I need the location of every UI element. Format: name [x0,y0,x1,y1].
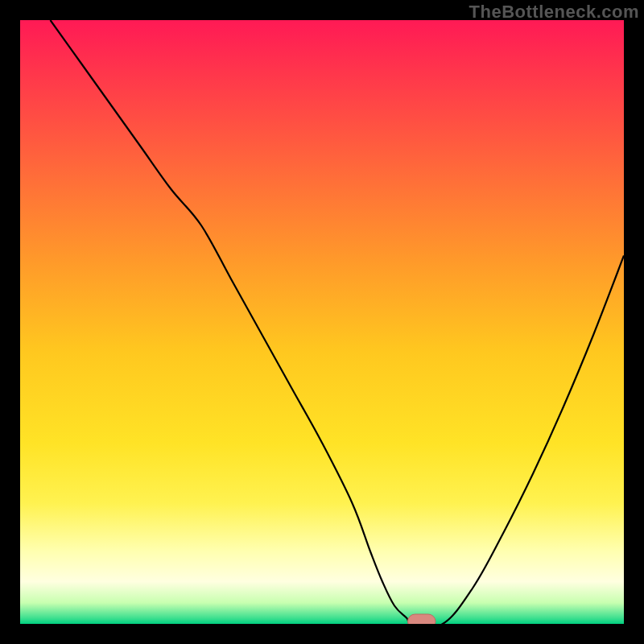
chart-svg [20,20,624,624]
plot-area [20,20,624,624]
optimal-marker [408,614,436,624]
gradient-background [20,20,624,624]
chart-frame: TheBottleneck.com [0,0,644,644]
watermark-text: TheBottleneck.com [469,2,639,23]
